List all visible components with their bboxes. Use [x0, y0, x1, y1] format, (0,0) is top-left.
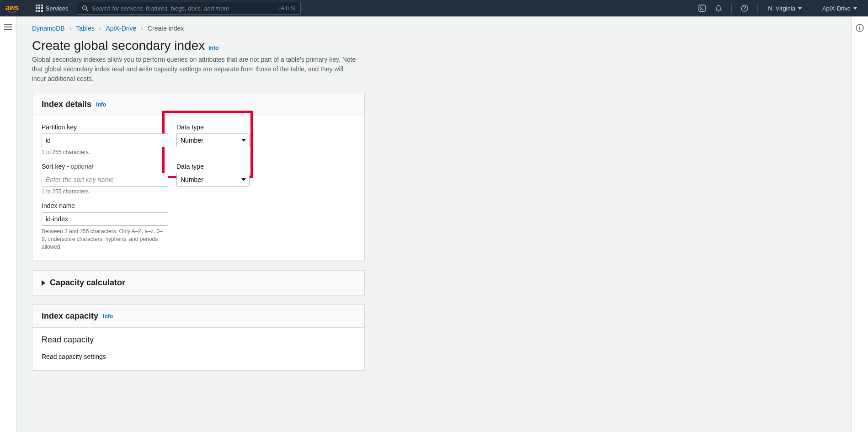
read-capacity-settings-label: Read capacity settings: [42, 353, 355, 360]
services-label: Services: [46, 5, 69, 12]
partition-key-type-select[interactable]: Number: [176, 133, 250, 147]
chevron-right-icon: ›: [141, 25, 143, 32]
breadcrumb-current: Create index: [148, 25, 184, 32]
capacity-calculator-toggle[interactable]: Capacity calculator: [32, 271, 364, 295]
partition-key-hint: 1 to 255 characters.: [42, 149, 176, 155]
read-capacity-title: Read capacity: [42, 335, 355, 345]
breadcrumb-link[interactable]: Tables: [76, 25, 94, 32]
account-selector[interactable]: ApiX-Drive: [817, 0, 863, 16]
search-box[interactable]: [Alt+S]: [77, 2, 301, 15]
services-button[interactable]: Services: [33, 5, 71, 12]
page-description: Global secondary indexes allow you to pe…: [32, 55, 357, 84]
svg-rect-8: [859, 27, 860, 30]
cloudshell-icon: [698, 5, 706, 12]
svg-point-0: [82, 6, 86, 10]
sort-key-label: Sort key - optional: [42, 163, 176, 170]
region-selector[interactable]: N. Virginia: [762, 0, 807, 16]
index-name-input[interactable]: [42, 212, 168, 226]
nav-divider: [731, 4, 732, 13]
account-label: ApiX-Drive: [822, 5, 851, 12]
cloudshell-button[interactable]: [694, 0, 710, 16]
info-link[interactable]: Info: [103, 313, 113, 320]
index-capacity-panel: Index capacity Info Read capacity Read c…: [32, 304, 365, 371]
info-icon: [856, 24, 864, 32]
partition-key-input[interactable]: [42, 133, 168, 147]
svg-line-1: [86, 10, 88, 11]
capacity-calculator-panel: Capacity calculator: [32, 270, 365, 295]
region-label: N. Virginia: [768, 5, 795, 12]
capacity-calculator-title: Capacity calculator: [50, 278, 125, 288]
partition-key-type-label: Data type: [176, 123, 250, 131]
bell-icon: [715, 5, 722, 12]
breadcrumb-link[interactable]: ApiX-Drive: [106, 25, 136, 32]
search-icon: [82, 5, 88, 11]
info-link[interactable]: Info: [208, 45, 218, 51]
svg-point-5: [744, 10, 745, 11]
breadcrumb: DynamoDB › Tables › ApiX-Drive › Create …: [32, 25, 684, 32]
nav-divider: [757, 4, 758, 13]
chevron-right-icon: ›: [69, 25, 72, 32]
help-button[interactable]: [736, 0, 753, 16]
sidebar-rail: [0, 16, 16, 432]
info-panel-toggle[interactable]: [856, 24, 864, 32]
index-name-label: Index name: [42, 202, 355, 209]
panel-title: Index capacity: [42, 311, 98, 321]
nav-divider: [28, 4, 28, 13]
nav-divider: [812, 4, 812, 13]
search-shortcut: [Alt+S]: [279, 5, 296, 11]
panel-title: Index details: [42, 100, 91, 109]
info-rail: [852, 16, 868, 432]
nav-right: N. Virginia ApiX-Drive: [694, 0, 863, 16]
caret-down-icon: [853, 7, 857, 10]
sort-key-hint: 1 to 255 characters.: [42, 188, 176, 195]
svg-point-7: [859, 26, 860, 27]
search-input[interactable]: [92, 5, 279, 12]
index-details-panel: Index details Info Partition key 1 to 25…: [32, 93, 365, 261]
help-icon: [741, 5, 748, 12]
sidebar-toggle[interactable]: [4, 24, 12, 30]
info-link[interactable]: Info: [96, 101, 106, 108]
topnav: aws Services [Alt+S] N. Virginia ApiX-Dr…: [0, 0, 868, 16]
caret-right-icon: [42, 280, 45, 286]
sort-key-type-select[interactable]: Number: [176, 173, 250, 187]
aws-logo[interactable]: aws: [5, 4, 19, 13]
aws-logo-text: aws: [5, 4, 19, 12]
sort-key-input[interactable]: [42, 173, 168, 187]
svg-rect-2: [699, 5, 705, 11]
partition-key-label: Partition key: [42, 123, 176, 131]
page-title: Create global secondary index: [32, 38, 205, 53]
breadcrumb-link[interactable]: DynamoDB: [32, 25, 65, 32]
chevron-right-icon: ›: [99, 25, 101, 32]
caret-down-icon: [798, 7, 802, 10]
grid-icon: [36, 5, 43, 12]
index-name-hint: Between 3 and 255 characters. Only A–Z, …: [42, 228, 165, 251]
sort-key-type-label: Data type: [176, 163, 250, 170]
notifications-button[interactable]: [710, 0, 727, 16]
main-content: DynamoDB › Tables › ApiX-Drive › Create …: [16, 16, 852, 432]
